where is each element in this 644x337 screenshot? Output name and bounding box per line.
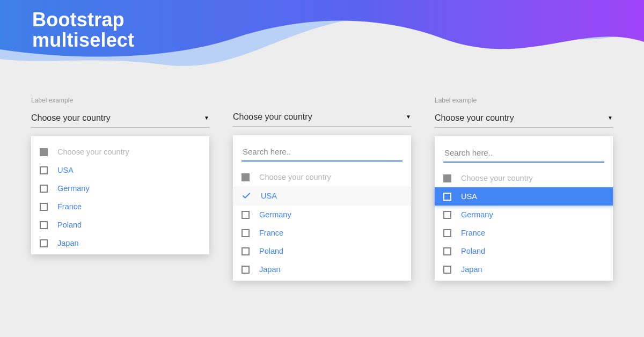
option-poland[interactable]: Poland: [435, 242, 613, 260]
checkbox-icon: [241, 229, 250, 237]
option-germany[interactable]: Germany: [435, 206, 613, 224]
option-poland[interactable]: Poland: [233, 242, 411, 260]
checkbox-icon: [40, 148, 48, 156]
checkbox-icon: [40, 221, 48, 229]
checkbox-icon: [443, 266, 451, 274]
option-usa[interactable]: USA: [31, 161, 209, 179]
option-japan[interactable]: Japan: [233, 260, 411, 279]
option-japan[interactable]: Japan: [435, 260, 613, 279]
select-value: Choose your country: [435, 113, 514, 123]
select-trigger[interactable]: Choose your country ▼: [435, 108, 613, 128]
checkbox-icon: [443, 174, 451, 182]
multiselect-search-checkmark: Choose your country ▼ Choose your countr…: [233, 97, 411, 128]
search-input[interactable]: [443, 145, 604, 163]
checkbox-icon: [443, 247, 451, 255]
search-input[interactable]: [241, 144, 402, 162]
caret-down-icon: ▼: [406, 114, 411, 120]
checkbox-icon: [241, 247, 250, 255]
option-placeholder: Choose your country: [31, 143, 209, 161]
select-trigger[interactable]: Choose your country ▼: [31, 108, 209, 128]
checkbox-icon: [443, 193, 451, 201]
caret-down-icon: ▼: [608, 115, 613, 121]
multiselect-basic: Label example Choose your country ▼ Choo…: [31, 97, 209, 128]
field-label: Label example: [31, 97, 209, 104]
field-label: Label example: [435, 97, 613, 104]
checkbox-icon: [241, 266, 250, 274]
select-value: Choose your country: [31, 113, 111, 123]
option-usa[interactable]: USA: [233, 186, 411, 206]
option-france[interactable]: France: [233, 224, 411, 242]
checkbox-icon: [241, 211, 250, 219]
checkbox-icon: [241, 173, 250, 181]
option-japan[interactable]: Japan: [31, 234, 209, 252]
select-trigger[interactable]: Choose your country ▼: [233, 107, 411, 127]
option-usa[interactable]: USA: [435, 187, 613, 206]
checkbox-icon: [443, 229, 451, 237]
dropdown-panel: Choose your country USA Germany France P…: [435, 136, 613, 281]
option-placeholder: Choose your country: [435, 169, 613, 187]
option-germany[interactable]: Germany: [31, 179, 209, 197]
checkbox-icon: [40, 185, 48, 193]
caret-down-icon: ▼: [204, 115, 209, 121]
dropdown-panel: Choose your country USA Germany France: [233, 135, 411, 281]
multiselect-search-active: Label example Choose your country ▼ Choo…: [435, 97, 613, 128]
checkbox-icon: [40, 203, 48, 211]
option-placeholder: Choose your country: [233, 168, 411, 186]
option-france[interactable]: France: [31, 197, 209, 216]
option-germany[interactable]: Germany: [233, 206, 411, 224]
page-title: Bootstrapmultiselect: [32, 10, 134, 50]
select-value: Choose your country: [233, 112, 312, 122]
option-france[interactable]: France: [435, 224, 613, 242]
dropdown-panel: Choose your country USA Germany France P…: [31, 136, 209, 254]
check-icon: [241, 191, 251, 201]
checkbox-icon: [40, 239, 48, 247]
checkbox-icon: [40, 166, 48, 174]
checkbox-icon: [443, 211, 451, 219]
option-poland[interactable]: Poland: [31, 216, 209, 234]
